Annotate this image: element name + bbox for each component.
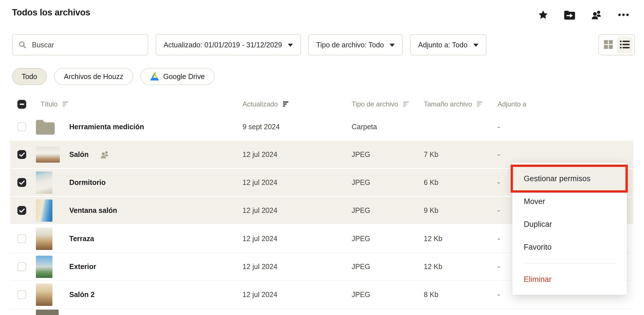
file-title: Salón 2 [69, 290, 95, 299]
row-checkbox[interactable] [17, 122, 26, 131]
menu-item-label: Duplicar [524, 220, 552, 229]
updated-filter-label: Actualizado: 01/01/2019 - 31/12/2029 [164, 41, 282, 49]
column-header-t-tulo[interactable]: Título [36, 100, 242, 108]
list-icon [620, 40, 630, 50]
sort-icon[interactable] [63, 101, 70, 107]
view-toggle [598, 34, 635, 55]
menu-item-label: Eliminar [524, 275, 552, 284]
row-checkbox[interactable] [17, 178, 26, 187]
column-header-actualizado[interactable]: Actualizado [242, 100, 352, 108]
column-header-adjunto-a: Adjunto a [498, 100, 633, 108]
updated-filter[interactable]: Actualizado: 01/01/2019 - 31/12/2029 [156, 34, 301, 55]
file-type: JPEG [352, 206, 424, 215]
file-updated: 12 jul 2024 [242, 262, 352, 271]
file-thumbnail [36, 284, 52, 306]
search-box[interactable] [12, 34, 148, 55]
file-title: Ventana salón [69, 206, 117, 215]
tab-all[interactable]: Todo [12, 68, 47, 85]
file-updated: 12 jul 2024 [242, 150, 352, 159]
column-label: Actualizado [242, 100, 278, 108]
file-size: 12 Kb [424, 262, 498, 271]
menu-item-label: Favorito [524, 243, 552, 252]
more-icon [618, 13, 629, 17]
row-checkbox[interactable] [17, 234, 26, 243]
row-checkbox[interactable] [17, 290, 26, 299]
share-button[interactable] [591, 10, 602, 20]
menu-item-label: Mover [524, 197, 545, 206]
file-size: 12 Kb [424, 235, 498, 243]
sort-icon[interactable] [477, 101, 484, 107]
file-attached: - [498, 150, 633, 159]
menu-item-delete[interactable]: Eliminar [512, 268, 627, 291]
row-checkbox[interactable] [17, 150, 26, 159]
tab-google-drive[interactable]: Google Drive [140, 68, 215, 85]
list-view-button[interactable] [617, 37, 633, 53]
favorite-button[interactable] [538, 10, 548, 20]
filter-bar: Actualizado: 01/01/2019 - 31/12/2029Tipo… [12, 34, 635, 55]
tab-all-label: Todo [22, 72, 37, 81]
file-type-filter-label: Tipo de archivo: Todo [316, 41, 384, 49]
table-row[interactable]: Herramienta medición9 sept 2024Carpeta- [10, 113, 633, 141]
file-title: Herramienta medición [69, 123, 144, 131]
file-type: JPEG [352, 235, 424, 243]
column-header-tipo-de-archivo[interactable]: Tipo de archivo [352, 100, 424, 108]
menu-item-manage-permissions[interactable]: Gestionar permisos [512, 167, 627, 190]
google-drive-icon [150, 73, 159, 80]
file-type: JPEG [352, 262, 424, 271]
column-header-tama-o-archivo[interactable]: Tamaño archivo [424, 100, 498, 108]
file-thumbnail [36, 171, 52, 194]
select-all-checkbox[interactable] [17, 100, 26, 109]
column-label: Tipo de archivo [352, 100, 398, 108]
file-size: 7 Kb [424, 150, 498, 159]
menu-divider [524, 263, 617, 263]
file-title: Salón [69, 150, 89, 159]
column-label: Adjunto a [498, 100, 526, 108]
tab-google-drive-label: Google Drive [163, 72, 205, 81]
move-to-folder-button[interactable] [564, 10, 575, 20]
folder-icon [36, 119, 55, 135]
file-type: JPEG [352, 178, 424, 187]
spacer [494, 34, 591, 55]
column-label: Título [40, 100, 58, 108]
file-thumbnail [36, 147, 60, 163]
tab-houzz-files[interactable]: Archivos de Houzz [54, 68, 133, 85]
file-attached: - [498, 123, 633, 131]
grid-view-button[interactable] [600, 37, 616, 53]
menu-item-move[interactable]: Mover [512, 190, 627, 213]
row-checkbox[interactable] [17, 262, 26, 271]
sort-icon[interactable] [403, 101, 410, 107]
table-header-row: TítuloActualizadoTipo de archivoTamaño a… [10, 95, 633, 113]
menu-item-favorite[interactable]: Favorito [512, 236, 627, 259]
attached-filter[interactable]: Adjunto a: Todo [410, 34, 486, 55]
file-type-filter[interactable]: Tipo de archivo: Todo [308, 34, 403, 55]
file-type: JPEG [352, 150, 424, 159]
search-icon [18, 41, 27, 49]
file-thumbnail [36, 256, 52, 278]
file-updated: 12 jul 2024 [242, 206, 352, 215]
file-updated: 12 jul 2024 [242, 178, 352, 187]
chevron-down-icon [473, 44, 478, 47]
file-updated: 12 jul 2024 [242, 290, 352, 299]
file-size: 9 Kb [424, 206, 498, 215]
file-thumbnail [36, 228, 52, 250]
search-input[interactable] [31, 41, 142, 49]
file-size: 6 Kb [424, 178, 498, 187]
more-button[interactable] [618, 13, 629, 17]
file-title: Terraza [69, 235, 94, 243]
column-label: Tamaño archivo [424, 100, 472, 108]
file-updated: 9 sept 2024 [242, 123, 352, 131]
share-users-icon [591, 17, 602, 21]
file-title: Dormitorio [69, 178, 106, 187]
chevron-down-icon [390, 44, 395, 47]
sort-icon[interactable] [283, 101, 290, 107]
file-thumbnail [36, 199, 52, 222]
row-checkbox[interactable] [17, 206, 26, 215]
files-page: Todos los archivos Actualizado: 01/01/20… [0, 0, 644, 315]
grid-icon [604, 40, 613, 50]
table-row-partial[interactable] [10, 309, 633, 315]
menu-item-duplicate[interactable]: Duplicar [512, 213, 627, 236]
tab-houzz-files-label: Archivos de Houzz [64, 72, 123, 81]
attached-filter-label: Adjunto a: Todo [418, 41, 467, 49]
file-title: Exterior [69, 262, 96, 271]
chevron-down-icon [288, 44, 293, 47]
